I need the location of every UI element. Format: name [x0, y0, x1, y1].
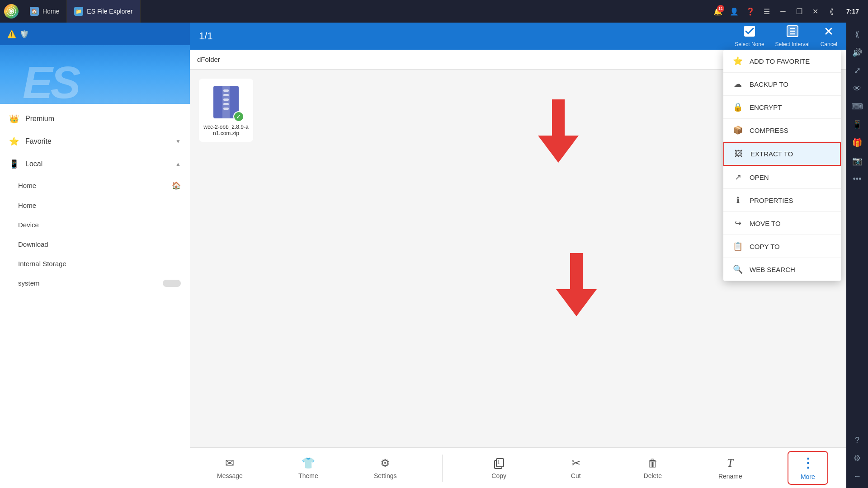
- ctx-backup[interactable]: ☁ BACKUP TO: [723, 73, 841, 96]
- ctx-encrypt-icon: 🔒: [732, 102, 743, 112]
- restore-button[interactable]: ❐: [792, 4, 807, 19]
- theme-button[interactable]: 👕 Theme: [288, 453, 329, 483]
- rotate-button[interactable]: ⤢: [849, 62, 865, 79]
- delete-label: Delete: [644, 472, 662, 479]
- cut-button[interactable]: ✂ Cut: [556, 453, 596, 483]
- ctx-compress[interactable]: 📦 COMPRESS: [723, 119, 841, 142]
- nav-sidebar: 👑 Premium ⭐ Favorite ▼ 📱 Local ▲ Home: [0, 104, 190, 488]
- expand-icon: ⟪: [825, 4, 839, 19]
- phone-button[interactable]: 📱: [849, 117, 865, 133]
- select-interval-button[interactable]: Select Interval: [775, 25, 810, 47]
- bottom-toolbar: ✉ Message 👕 Theme ⚙ Settings 1 Copy: [190, 447, 846, 488]
- rename-label: Rename: [718, 473, 742, 480]
- more-button[interactable]: ⋮ More: [788, 451, 828, 485]
- svg-point-1: [10, 10, 13, 13]
- expand-collapse-button[interactable]: ⟪: [849, 26, 865, 42]
- device-label: Device: [18, 221, 39, 229]
- menu-button[interactable]: ☰: [760, 4, 774, 19]
- cancel-button[interactable]: Cancel: [821, 25, 837, 47]
- help-button[interactable]: ❓: [743, 4, 758, 19]
- close-button[interactable]: ✕: [808, 4, 823, 19]
- favorite-label: Favorite: [25, 137, 52, 145]
- delete-icon: 🗑: [647, 457, 658, 469]
- camera-button[interactable]: 📷: [849, 153, 865, 169]
- sidebar-sub-download[interactable]: Download: [0, 235, 190, 254]
- ctx-extract-to[interactable]: 🖼 EXTRACT TO: [723, 142, 841, 166]
- main-area: ⚠️ 🛡️ ES 👑 Premium ⭐ Favorite ▼ 📱: [0, 23, 846, 488]
- sidebar-item-premium[interactable]: 👑 Premium: [0, 108, 190, 130]
- sidebar-sub-home1[interactable]: Home 🏠: [0, 175, 190, 196]
- download-label: Download: [18, 240, 48, 248]
- ctx-move-to-label: MOVE TO: [750, 220, 781, 227]
- keyboard-button[interactable]: ⌨: [849, 99, 865, 115]
- sidebar-sub-internal-storage[interactable]: Internal Storage: [0, 254, 190, 273]
- select-none-button[interactable]: Select None: [735, 25, 764, 47]
- back-button[interactable]: ←: [849, 468, 865, 484]
- file-item[interactable]: ✓ wcc-2-obb_2.8.9-an1.com.zip: [199, 79, 253, 142]
- ctx-copy-to[interactable]: 📋 COPY TO: [723, 235, 841, 258]
- selection-count: 1/1: [199, 30, 213, 42]
- theme-icon: 👕: [302, 457, 315, 469]
- settings-bottom-button[interactable]: ⚙ Settings: [365, 453, 406, 483]
- internal-storage-label: Internal Storage: [18, 260, 66, 267]
- favorite-arrow: ▼: [175, 138, 181, 145]
- ctx-encrypt[interactable]: 🔒 ENCRYPT: [723, 96, 841, 119]
- ctx-move-to[interactable]: ↪ MOVE TO: [723, 212, 841, 235]
- home-tab-icon: 🏠: [30, 7, 39, 16]
- sidebar-sub-system[interactable]: system: [0, 273, 190, 293]
- breadcrumb: dFolder: [197, 56, 220, 63]
- more-label: More: [801, 473, 815, 480]
- message-button[interactable]: ✉ Message: [208, 453, 252, 483]
- rename-button[interactable]: T Rename: [709, 453, 751, 483]
- ctx-open[interactable]: ↗ OPEN: [723, 166, 841, 189]
- ctx-favorite-icon: ⭐: [732, 56, 743, 66]
- copy-button[interactable]: 1 Copy: [479, 453, 519, 483]
- bluestacks-logo: [0, 0, 23, 23]
- cancel-label: Cancel: [821, 41, 837, 47]
- gift-button[interactable]: 🎁: [849, 135, 865, 151]
- system-label: system: [18, 279, 40, 287]
- dots-button[interactable]: •••: [849, 171, 865, 187]
- file-name: wcc-2-obb_2.8.9-an1.com.zip: [203, 124, 250, 136]
- tab-home[interactable]: 🏠 Home: [23, 0, 67, 23]
- local-label: Local: [25, 160, 42, 168]
- select-none-icon: [743, 25, 756, 40]
- tab-es-file-explorer[interactable]: 📁 ES File Explorer: [67, 0, 140, 23]
- premium-icon: 👑: [9, 114, 19, 124]
- premium-label: Premium: [25, 115, 54, 123]
- title-bar: 🏠 Home 📁 ES File Explorer 🔔 11 👤 ❓ ☰ ─ ❐…: [0, 0, 868, 23]
- ctx-compress-label: COMPRESS: [750, 127, 788, 134]
- ctx-add-favorite-label: ADD TO FAVORITE: [750, 57, 810, 65]
- zip-file-icon: ✓: [210, 84, 242, 120]
- ctx-open-icon: ↗: [732, 172, 743, 182]
- favorite-icon: ⭐: [9, 136, 19, 146]
- sidebar-sub-home2[interactable]: Home: [0, 196, 190, 215]
- account-button[interactable]: 👤: [727, 4, 741, 19]
- title-bar-left: 🏠 Home 📁 ES File Explorer: [0, 0, 141, 23]
- notification-button[interactable]: 🔔 11: [711, 4, 725, 19]
- eye-button[interactable]: 👁: [849, 80, 865, 97]
- settings-button[interactable]: ⚙: [849, 450, 865, 466]
- sidebar-item-local[interactable]: 📱 Local ▲: [0, 153, 190, 175]
- sidebar-sub-device[interactable]: Device: [0, 215, 190, 235]
- svg-rect-14: [223, 103, 229, 105]
- ctx-properties-label: PROPERTIES: [750, 197, 793, 204]
- question-button[interactable]: ?: [849, 432, 865, 448]
- ctx-web-search[interactable]: 🔍 WEB SEARCH: [723, 258, 841, 281]
- es-header: ⚠️ 🛡️ ES: [0, 23, 190, 104]
- svg-rect-13: [223, 99, 229, 101]
- ctx-compress-icon: 📦: [732, 125, 743, 135]
- delete-button[interactable]: 🗑 Delete: [632, 453, 673, 483]
- cancel-icon: [822, 25, 835, 40]
- ctx-add-favorite[interactable]: ⭐ ADD TO FAVORITE: [723, 50, 841, 73]
- select-interval-label: Select Interval: [775, 41, 810, 47]
- ctx-open-label: OPEN: [750, 174, 769, 181]
- warning-icons: ⚠️ 🛡️: [7, 30, 29, 38]
- ctx-properties[interactable]: ℹ PROPERTIES: [723, 189, 841, 212]
- minimize-button[interactable]: ─: [776, 4, 790, 19]
- logo-icon: [4, 4, 19, 19]
- ctx-copy-to-label: COPY TO: [750, 243, 780, 250]
- volume-button[interactable]: 🔊: [849, 44, 865, 61]
- sidebar-item-favorite[interactable]: ⭐ Favorite ▼: [0, 130, 190, 153]
- shield-icon: 🛡️: [20, 30, 29, 38]
